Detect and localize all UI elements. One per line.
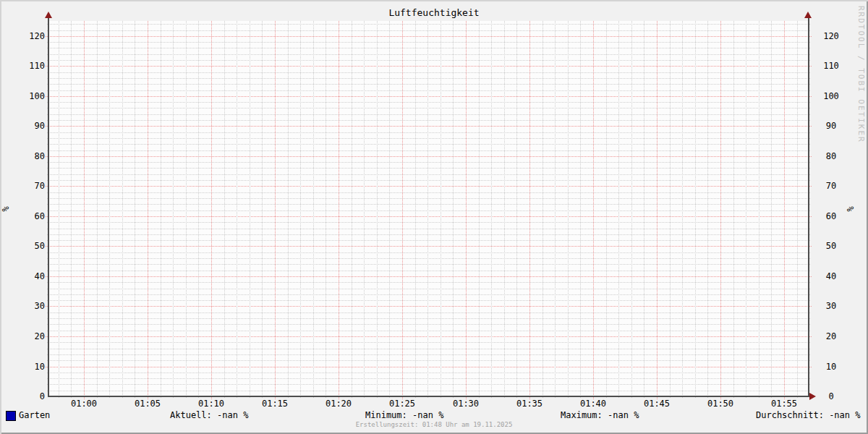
- minor-gridline-v: [759, 21, 760, 398]
- y-tick-label-left: 10: [0, 362, 45, 371]
- minor-gridline-v: [97, 21, 98, 398]
- minor-gridline-v: [542, 21, 543, 398]
- minor-gridline-v: [173, 21, 174, 398]
- major-gridline-v: [339, 21, 339, 399]
- y-tick-label-right: 20: [822, 332, 841, 341]
- y-tick-label-left: 60: [0, 212, 45, 221]
- major-gridline-v: [529, 21, 530, 399]
- minor-gridline-v: [109, 21, 110, 398]
- minor-gridline-v: [161, 21, 161, 398]
- minor-gridline-v: [504, 21, 505, 398]
- x-tick-label: 01:05: [126, 399, 169, 408]
- plot-area: [48, 21, 809, 396]
- y-tick-label-right: 50: [822, 242, 841, 250]
- minor-gridline-v: [618, 21, 619, 398]
- series-label: Garten: [19, 411, 50, 420]
- x-axis-arrow-icon: [809, 393, 816, 400]
- minor-gridline-v: [491, 21, 492, 398]
- minor-gridline-v: [568, 21, 569, 398]
- minor-gridline-v: [516, 21, 517, 398]
- y-axis-unit-left: %: [1, 206, 10, 211]
- stat-durchschnitt: Durchschnitt: -nan %: [756, 411, 861, 420]
- major-gridline-v: [148, 21, 148, 399]
- y-tick-label-right: 120: [822, 32, 841, 41]
- y-tick-label-right: 40: [822, 272, 841, 281]
- x-tick-label: 01:55: [762, 399, 806, 408]
- x-tick-label: 01:10: [190, 399, 233, 408]
- y-tick-label-left: 80: [0, 152, 45, 161]
- minor-gridline-v: [644, 21, 644, 398]
- y-axis-right-arrow-icon: [804, 12, 812, 18]
- rrdtool-watermark: RRDTOOL / TOBI OETIKER: [856, 6, 866, 143]
- stat-minimum: Minimum: -nan %: [365, 411, 443, 420]
- y-tick-label-left: 20: [0, 332, 45, 341]
- minor-gridline-v: [313, 21, 314, 398]
- y-tick-label-left: 100: [0, 92, 45, 101]
- minor-gridline-v: [707, 21, 708, 398]
- minor-gridline-v: [606, 21, 607, 398]
- x-tick-label: 01:15: [253, 399, 297, 408]
- x-tick-label: 01:40: [571, 399, 615, 408]
- minor-gridline-v: [771, 21, 772, 398]
- creation-timestamp: Erstellungszeit: 01:48 Uhr am 19.11.2025: [0, 421, 868, 428]
- minor-gridline-v: [580, 21, 581, 398]
- major-gridline-v: [720, 21, 721, 399]
- minor-gridline-v: [237, 21, 237, 398]
- minor-gridline-v: [631, 21, 632, 398]
- y-axis-unit-right: %: [846, 206, 855, 211]
- y-tick-label-right: 30: [822, 302, 841, 310]
- major-gridline-v: [275, 21, 276, 399]
- minor-gridline-v: [250, 21, 250, 398]
- y-axis-right: [808, 17, 809, 397]
- y-tick-label-left: 50: [0, 242, 45, 250]
- minor-gridline-v: [352, 21, 352, 398]
- x-tick-label: 01:35: [508, 399, 551, 408]
- minor-gridline-v: [198, 21, 199, 398]
- y-tick-label-right: 0: [822, 392, 841, 401]
- rrdtool-graph: Luftfeuchtigkeit RRDTOOL / TOBI OETIKER …: [0, 0, 868, 434]
- minor-gridline-v: [415, 21, 416, 398]
- y-tick-label-left: 0: [0, 392, 45, 401]
- series-color-swatch: [6, 411, 16, 421]
- x-tick-label: 01:20: [317, 399, 360, 408]
- legend: Garten Aktuell: -nan % Minimum: -nan % M…: [0, 411, 868, 421]
- minor-gridline-v: [122, 21, 123, 398]
- stat-maximum: Maximum: -nan %: [561, 411, 639, 420]
- stat-aktuell: Aktuell: -nan %: [170, 411, 248, 420]
- minor-gridline-v: [377, 21, 378, 398]
- x-tick-label: 01:50: [699, 399, 742, 408]
- major-gridline-v: [657, 21, 658, 399]
- minor-gridline-v: [441, 21, 441, 398]
- minor-gridline-v: [389, 21, 390, 398]
- minor-gridline-v: [300, 21, 301, 398]
- x-tick-label: 01:00: [62, 399, 106, 408]
- y-tick-label-right: 60: [822, 212, 841, 221]
- x-tick-label: 01:45: [635, 399, 678, 408]
- minor-gridline-v: [59, 21, 59, 398]
- minor-gridline-v: [71, 21, 72, 398]
- major-gridline-v: [84, 21, 85, 399]
- y-tick-label-right: 70: [822, 182, 841, 190]
- major-gridline-v: [593, 21, 594, 399]
- minor-gridline-v: [224, 21, 225, 398]
- y-tick-label-right: 10: [822, 362, 841, 371]
- y-tick-label-right: 110: [822, 61, 841, 70]
- minor-gridline-v: [427, 21, 428, 398]
- y-tick-label-left: 120: [0, 32, 45, 41]
- y-tick-label-left: 90: [0, 122, 45, 130]
- y-tick-label-right: 100: [822, 92, 841, 101]
- y-axis-left-arrow-icon: [45, 12, 52, 18]
- major-gridline-v: [466, 21, 467, 399]
- minor-gridline-v: [695, 21, 696, 398]
- minor-gridline-v: [746, 21, 746, 398]
- minor-gridline-v: [288, 21, 289, 398]
- minor-gridline-v: [682, 21, 683, 398]
- minor-gridline-v: [135, 21, 135, 398]
- x-tick-label: 01:30: [444, 399, 488, 408]
- minor-gridline-v: [733, 21, 734, 398]
- y-tick-label-left: 110: [0, 61, 45, 70]
- minor-gridline-v: [453, 21, 454, 398]
- minor-gridline-v: [797, 21, 798, 398]
- x-axis: [48, 396, 809, 397]
- minor-gridline-v: [262, 21, 263, 398]
